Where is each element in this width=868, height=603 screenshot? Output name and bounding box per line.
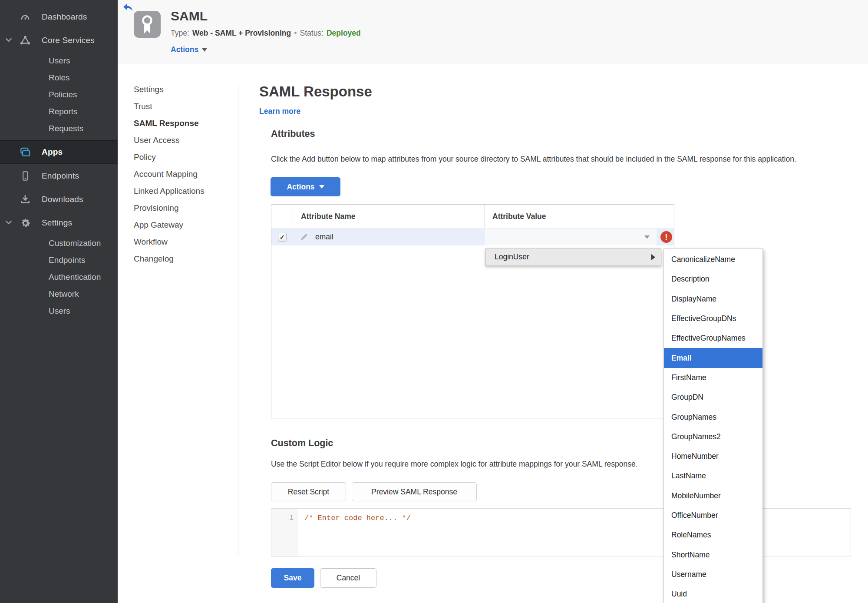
save-button[interactable]: Save bbox=[271, 568, 314, 588]
submenu-item[interactable]: GroupDN bbox=[664, 388, 762, 407]
actions-button-label: Actions bbox=[287, 182, 314, 192]
submenu-item[interactable]: OfficeNumber bbox=[664, 506, 762, 525]
checkbox-column-header bbox=[271, 205, 293, 228]
attributes-table: Attribute Name Attribute Value email bbox=[271, 204, 674, 418]
sidebar-item-label: Core Services bbox=[0, 36, 95, 45]
back-arrow-icon[interactable] bbox=[123, 3, 133, 12]
subnav-divider bbox=[238, 85, 238, 556]
script-editor[interactable]: 1 /* Enter code here... */ bbox=[271, 508, 851, 557]
submenu-item[interactable]: LastName bbox=[664, 466, 762, 486]
sidebar-item-downloads[interactable]: Downloads bbox=[0, 188, 118, 211]
app-subnav: SettingsTrustSAML ResponseUser AccessPol… bbox=[118, 81, 238, 267]
submenu-item[interactable]: HomeNumber bbox=[664, 447, 762, 466]
sidebar-subitem[interactable]: Network bbox=[0, 285, 118, 302]
main-sidebar: Dashboards Core Services UsersRolesPolic… bbox=[0, 0, 118, 603]
learn-more-link[interactable]: Learn more bbox=[259, 107, 300, 116]
sidebar-subitem[interactable]: Reports bbox=[0, 103, 118, 120]
subnav-item[interactable]: Trust bbox=[118, 98, 238, 115]
sidebar-item-label: Downloads bbox=[0, 195, 83, 204]
award-ribbon-icon bbox=[134, 11, 161, 38]
sidebar-subitem[interactable]: Users bbox=[0, 52, 118, 69]
submenu-item[interactable]: EffectiveGroupNames bbox=[664, 328, 762, 348]
sidebar-subitem[interactable]: Endpoints bbox=[0, 252, 118, 268]
editor-code[interactable]: /* Enter code here... */ bbox=[304, 514, 411, 522]
type-label: Type: bbox=[171, 29, 189, 38]
subnav-item[interactable]: Provisioning bbox=[118, 199, 238, 216]
submenu-item[interactable]: Description bbox=[664, 269, 762, 289]
cancel-button[interactable]: Cancel bbox=[320, 568, 376, 588]
subnav-item[interactable]: Account Mapping bbox=[118, 166, 238, 182]
download-icon bbox=[19, 193, 31, 205]
sidebar-item-label: Apps bbox=[0, 147, 63, 157]
context-menu-label: LoginUser bbox=[486, 252, 529, 262]
subnav-item[interactable]: Settings bbox=[118, 81, 238, 98]
row-checkbox-cell bbox=[271, 229, 293, 245]
submenu-item[interactable]: FirstName bbox=[664, 368, 762, 388]
apps-icon bbox=[19, 146, 31, 158]
chevron-right-icon bbox=[651, 254, 655, 260]
submenu-item[interactable]: EffectiveGroupDNs bbox=[664, 309, 762, 328]
app-meta: Type: Web - SAML + Provisioning • Status… bbox=[171, 29, 361, 38]
subnav-item[interactable]: SAML Response bbox=[118, 115, 238, 132]
attribute-name-value: email bbox=[315, 232, 333, 242]
status-label: Status: bbox=[300, 29, 323, 38]
attribute-value-dropdown[interactable] bbox=[485, 229, 657, 245]
submenu-item[interactable]: GroupNames bbox=[664, 407, 762, 427]
chevron-down-icon[interactable] bbox=[5, 219, 13, 227]
app-header: SAML Type: Web - SAML + Provisioning • S… bbox=[118, 0, 868, 64]
custom-logic-heading: Custom Logic bbox=[271, 438, 333, 449]
submenu-item[interactable]: CanonicalizeName bbox=[664, 250, 762, 269]
sidebar-subitem[interactable]: Roles bbox=[0, 69, 118, 86]
row-checkbox[interactable] bbox=[278, 233, 287, 242]
attributes-actions-button[interactable]: Actions bbox=[271, 177, 340, 196]
sidebar-subitem[interactable]: Authentication bbox=[0, 268, 118, 285]
sidebar-subitem[interactable]: Policies bbox=[0, 86, 118, 103]
sidebar-item-label: Endpoints bbox=[0, 171, 79, 181]
subnav-item[interactable]: App Gateway bbox=[118, 216, 238, 233]
submenu-item[interactable]: Username bbox=[664, 565, 762, 584]
core-services-subitems: UsersRolesPoliciesReportsRequests bbox=[0, 52, 118, 137]
sidebar-item-settings[interactable]: Settings bbox=[0, 211, 118, 235]
preview-saml-response-button[interactable]: Preview SAML Response bbox=[352, 482, 477, 501]
subnav-item[interactable]: Policy bbox=[118, 149, 238, 166]
sidebar-item-endpoints[interactable]: Endpoints bbox=[0, 164, 118, 188]
submenu-item[interactable]: ShortName bbox=[664, 545, 762, 564]
sidebar-item-dashboards[interactable]: Dashboards bbox=[0, 5, 118, 29]
header-actions-label: Actions bbox=[171, 45, 198, 54]
table-header: Attribute Name Attribute Value bbox=[271, 205, 674, 229]
type-value: Web - SAML + Provisioning bbox=[192, 29, 291, 38]
gauge-icon bbox=[19, 11, 31, 23]
sidebar-subitem[interactable]: Requests bbox=[0, 120, 118, 137]
subnav-item[interactable]: Changelog bbox=[118, 250, 238, 267]
table-row[interactable]: email bbox=[271, 229, 674, 245]
subnav-item[interactable]: Workflow bbox=[118, 233, 238, 250]
sidebar-item-apps[interactable]: Apps bbox=[0, 140, 118, 164]
attribute-name-cell: email bbox=[293, 229, 485, 245]
sidebar-subitem[interactable]: Users bbox=[0, 302, 118, 319]
sidebar-subitem[interactable]: Customization bbox=[0, 235, 118, 252]
core-services-icon bbox=[19, 34, 31, 46]
pencil-icon[interactable] bbox=[300, 233, 308, 241]
submenu-item[interactable]: RoleNames bbox=[664, 525, 762, 545]
chevron-down-icon bbox=[319, 185, 324, 189]
header-actions-menu[interactable]: Actions bbox=[171, 45, 207, 54]
submenu-item[interactable]: GroupNames2 bbox=[664, 427, 762, 447]
subnav-item[interactable]: User Access bbox=[118, 132, 238, 149]
submenu-item[interactable]: Uuid bbox=[664, 584, 762, 603]
submenu-item[interactable]: DisplayName bbox=[664, 289, 762, 309]
status-badge: Deployed bbox=[327, 29, 361, 38]
attribute-name-column-header: Attribute Name bbox=[293, 205, 485, 228]
mobile-device-icon bbox=[19, 170, 31, 182]
app-title: SAML bbox=[171, 9, 208, 23]
editor-line-number: 1 bbox=[271, 509, 298, 557]
value-context-menu-loginuser[interactable]: LoginUser bbox=[485, 248, 661, 266]
attribute-value-cell bbox=[485, 229, 674, 245]
subnav-item[interactable]: Linked Applications bbox=[118, 182, 238, 199]
submenu-item[interactable]: MobileNumber bbox=[664, 486, 762, 506]
settings-subitems: CustomizationEndpointsAuthenticationNetw… bbox=[0, 235, 118, 319]
submenu-item[interactable]: Email bbox=[664, 348, 762, 368]
sidebar-item-core-services[interactable]: Core Services bbox=[0, 29, 118, 52]
attribute-value-column-header: Attribute Value bbox=[485, 205, 674, 228]
chevron-down-icon[interactable] bbox=[5, 36, 13, 45]
reset-script-button[interactable]: Reset Script bbox=[271, 482, 346, 501]
